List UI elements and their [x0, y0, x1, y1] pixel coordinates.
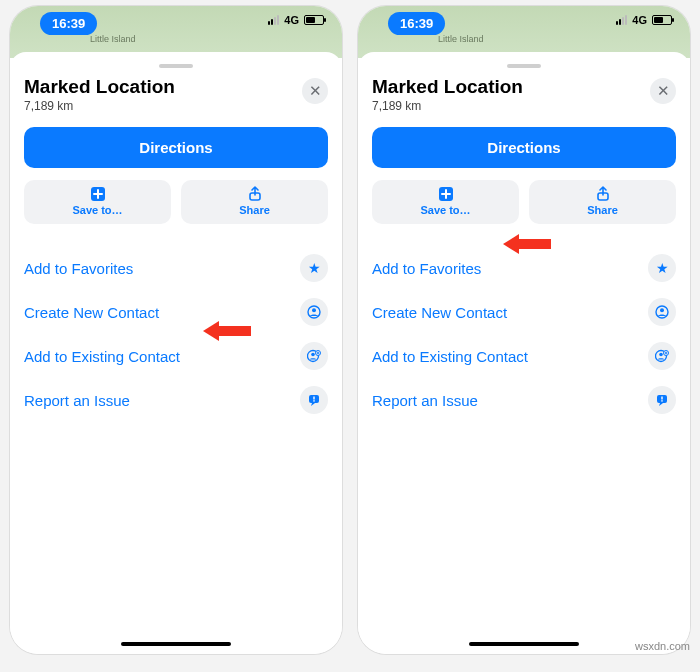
contact-icon [648, 298, 676, 326]
directions-button[interactable]: Directions [24, 127, 328, 168]
share-icon [181, 186, 328, 204]
grabber[interactable] [507, 64, 541, 68]
map-background: 16:39 4G Little Island [358, 6, 690, 58]
add-to-existing-contact-label: Add to Existing Contact [24, 348, 180, 365]
add-to-existing-contact-row[interactable]: Add to Existing Contact [24, 334, 328, 378]
screenshot-left: 16:39 4G Little Island Marked Location 7… [10, 6, 342, 654]
screenshot-right: 16:39 4G Little Island Marked Location 7… [358, 6, 690, 654]
battery-icon [652, 15, 672, 25]
network-label: 4G [284, 14, 299, 26]
report-icon [300, 386, 328, 414]
save-to-button[interactable]: Save to… [372, 180, 519, 224]
add-to-favorites-label: Add to Favorites [372, 260, 481, 277]
place-sheet: Marked Location 7,189 km ✕ Directions Sa… [358, 52, 690, 654]
map-poi-label: Little Island [438, 34, 484, 44]
place-distance: 7,189 km [372, 99, 523, 113]
share-icon [529, 186, 676, 204]
share-label: Share [529, 204, 676, 216]
close-icon: ✕ [657, 82, 670, 100]
directions-button[interactable]: Directions [372, 127, 676, 168]
close-button[interactable]: ✕ [650, 78, 676, 104]
star-icon: ★ [648, 254, 676, 282]
create-new-contact-row[interactable]: Create New Contact [372, 290, 676, 334]
report-an-issue-label: Report an Issue [24, 392, 130, 409]
save-to-label: Save to… [24, 204, 171, 216]
home-indicator[interactable] [121, 642, 231, 646]
svg-point-13 [660, 308, 664, 312]
create-new-contact-label: Create New Contact [24, 304, 159, 321]
close-icon: ✕ [309, 82, 322, 100]
contact-add-icon [300, 342, 328, 370]
annotation-arrow [503, 234, 551, 254]
create-new-contact-row[interactable]: Create New Contact [24, 290, 328, 334]
add-to-favorites-row[interactable]: Add to Favorites ★ [24, 246, 328, 290]
save-to-label: Save to… [372, 204, 519, 216]
home-indicator[interactable] [469, 642, 579, 646]
share-button[interactable]: Share [181, 180, 328, 224]
share-button[interactable]: Share [529, 180, 676, 224]
watermark: wsxdn.com [635, 640, 690, 652]
add-to-existing-contact-label: Add to Existing Contact [372, 348, 528, 365]
svg-point-15 [659, 353, 663, 357]
plus-square-icon [24, 186, 171, 204]
status-right: 4G [616, 14, 672, 26]
place-sheet: Marked Location 7,189 km ✕ Directions Sa… [10, 52, 342, 654]
status-time-pill: 16:39 [388, 12, 445, 35]
share-label: Share [181, 204, 328, 216]
svg-rect-9 [313, 400, 314, 401]
report-an-issue-row[interactable]: Report an Issue [24, 378, 328, 422]
place-distance: 7,189 km [24, 99, 175, 113]
create-new-contact-label: Create New Contact [372, 304, 507, 321]
contact-icon [300, 298, 328, 326]
map-poi-label: Little Island [90, 34, 136, 44]
report-icon [648, 386, 676, 414]
annotation-arrow [203, 321, 251, 341]
star-icon: ★ [300, 254, 328, 282]
status-right: 4G [268, 14, 324, 26]
save-to-button[interactable]: Save to… [24, 180, 171, 224]
report-an-issue-label: Report an Issue [372, 392, 478, 409]
svg-rect-8 [313, 397, 314, 400]
place-title: Marked Location [372, 76, 523, 98]
svg-rect-18 [661, 397, 662, 400]
add-to-existing-contact-row[interactable]: Add to Existing Contact [372, 334, 676, 378]
add-to-favorites-label: Add to Favorites [24, 260, 133, 277]
svg-point-3 [312, 308, 316, 312]
status-time-pill: 16:39 [40, 12, 97, 35]
close-button[interactable]: ✕ [302, 78, 328, 104]
contact-add-icon [648, 342, 676, 370]
svg-rect-19 [661, 400, 662, 401]
report-an-issue-row[interactable]: Report an Issue [372, 378, 676, 422]
network-label: 4G [632, 14, 647, 26]
signal-icon [616, 15, 627, 25]
grabber[interactable] [159, 64, 193, 68]
battery-icon [304, 15, 324, 25]
plus-square-icon [372, 186, 519, 204]
signal-icon [268, 15, 279, 25]
svg-point-5 [311, 353, 315, 357]
map-background: 16:39 4G Little Island [10, 6, 342, 58]
place-title: Marked Location [24, 76, 175, 98]
